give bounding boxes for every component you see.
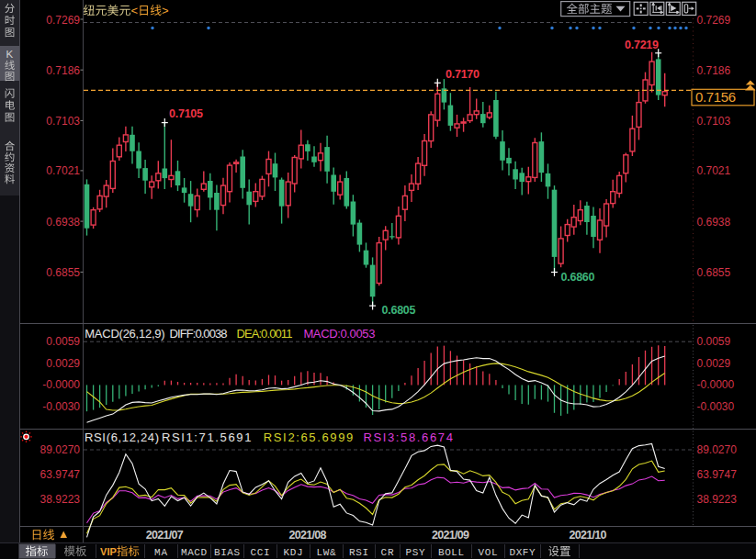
svg-text:2021/08: 2021/08: [288, 529, 326, 542]
svg-text:>: >: [162, 4, 169, 17]
svg-text:RSI(6,12,24): RSI(6,12,24): [85, 430, 159, 444]
svg-text:RSI2:65.6999: RSI2:65.6999: [264, 430, 354, 444]
svg-text:RSI3:58.6674: RSI3:58.6674: [363, 430, 453, 444]
svg-text:63.9747: 63.9747: [40, 468, 81, 481]
svg-text:-0.0030: -0.0030: [697, 400, 735, 413]
svg-text:0.6855: 0.6855: [46, 266, 80, 279]
svg-text:89.0270: 89.0270: [697, 443, 738, 456]
svg-text:0.7269: 0.7269: [697, 14, 731, 27]
svg-text:DIFF:0.0038: DIFF:0.0038: [170, 327, 228, 341]
svg-text:0.6938: 0.6938: [697, 216, 731, 229]
svg-text:RSI1:71.5691: RSI1:71.5691: [162, 430, 252, 444]
svg-text:0.6805: 0.6805: [382, 304, 416, 317]
svg-text:0.7219: 0.7219: [625, 39, 659, 51]
svg-text:2021/09: 2021/09: [432, 529, 469, 542]
svg-text:0.7103: 0.7103: [46, 115, 80, 128]
svg-text:MACD:0.0053: MACD:0.0053: [303, 327, 375, 341]
svg-text:MACD(26,12,9): MACD(26,12,9): [85, 327, 165, 341]
svg-text:0.7103: 0.7103: [697, 115, 731, 128]
svg-text:0.7156: 0.7156: [695, 89, 736, 105]
svg-text:2021/07: 2021/07: [146, 529, 184, 542]
svg-text:0.6938: 0.6938: [46, 216, 80, 229]
svg-text:-0.0000: -0.0000: [697, 378, 735, 391]
svg-text:38.9223: 38.9223: [697, 493, 738, 506]
svg-text:0.0029: 0.0029: [46, 357, 80, 370]
svg-text:2021/10: 2021/10: [570, 529, 607, 542]
svg-text:CR: CR: [381, 547, 394, 558]
svg-text:CCI: CCI: [251, 547, 270, 558]
svg-text:-0.0000: -0.0000: [42, 378, 80, 391]
svg-text:MACD: MACD: [181, 547, 207, 558]
svg-text:0.7269: 0.7269: [46, 14, 80, 27]
svg-text:0.7021: 0.7021: [46, 164, 80, 177]
svg-text:MA: MA: [154, 547, 167, 558]
svg-text:0.7105: 0.7105: [169, 107, 203, 120]
svg-text:38.9223: 38.9223: [40, 493, 81, 506]
svg-text:VIP: VIP: [100, 546, 117, 557]
svg-text:BIAS: BIAS: [214, 547, 240, 558]
svg-text:0.0059: 0.0059: [46, 335, 80, 348]
svg-text:-0.0030: -0.0030: [42, 400, 80, 413]
svg-text:PSY: PSY: [406, 547, 425, 558]
svg-text:0.7021: 0.7021: [697, 164, 731, 177]
svg-text:0.6855: 0.6855: [697, 266, 731, 279]
svg-text:63.9747: 63.9747: [697, 468, 738, 481]
svg-text:0.0059: 0.0059: [697, 335, 731, 348]
svg-text:RSI: RSI: [349, 547, 368, 558]
svg-text:0.7170: 0.7170: [446, 68, 480, 81]
svg-text:0.7186: 0.7186: [697, 64, 731, 77]
svg-text:0.6860: 0.6860: [561, 271, 595, 284]
svg-text:0.0029: 0.0029: [697, 357, 731, 370]
svg-text:89.0270: 89.0270: [40, 443, 81, 456]
svg-text:DXFY: DXFY: [510, 547, 536, 558]
svg-text:BOLL: BOLL: [438, 547, 464, 558]
svg-text:VOL: VOL: [479, 547, 498, 558]
svg-text:K: K: [6, 49, 14, 60]
svg-text:DEA:0.0011: DEA:0.0011: [236, 327, 292, 341]
svg-text:LW&: LW&: [317, 547, 336, 558]
svg-text:KDJ: KDJ: [284, 547, 303, 558]
svg-text:<: <: [131, 4, 139, 17]
svg-text:0.7186: 0.7186: [46, 64, 80, 77]
